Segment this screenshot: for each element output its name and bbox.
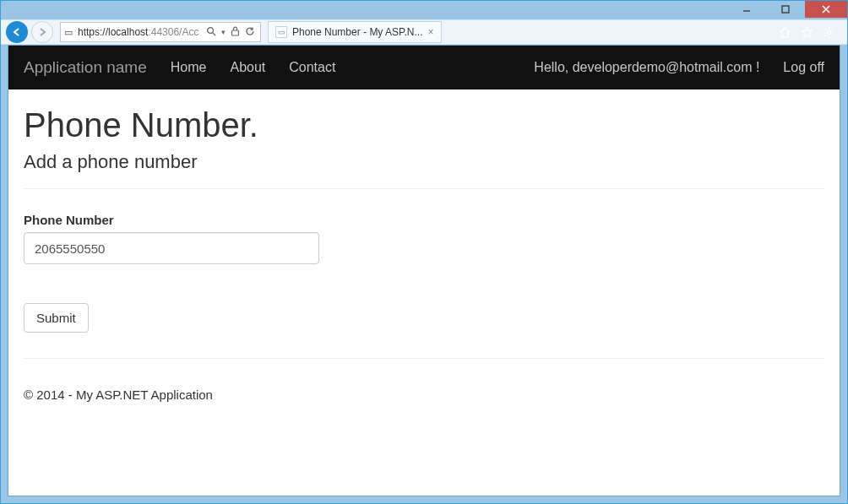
- page-title: Phone Number.: [24, 106, 824, 144]
- lock-icon[interactable]: [231, 26, 240, 38]
- forward-button[interactable]: [31, 21, 53, 43]
- nav-about[interactable]: About: [230, 60, 265, 75]
- browser-toolbar: ▭ https://localhost:44306/Acc ▾ ▭ Phone …: [1, 19, 847, 45]
- url-host: localhost: [108, 26, 148, 38]
- window-maximize-button[interactable]: [766, 1, 805, 18]
- refresh-icon[interactable]: [245, 26, 255, 38]
- svg-line-5: [213, 33, 215, 35]
- address-bar[interactable]: ▭ https://localhost:44306/Acc ▾: [60, 22, 261, 42]
- svg-line-14: [831, 28, 833, 30]
- brand-link[interactable]: Application name: [24, 58, 147, 77]
- svg-line-12: [824, 28, 826, 30]
- page-body: Phone Number. Add a phone number Phone N…: [8, 89, 840, 419]
- footer-divider: [24, 358, 824, 359]
- nav-user-greeting[interactable]: Hello, developerdemo@hotmail.com !: [534, 60, 759, 75]
- tab-title: Phone Number - My ASP.N...: [292, 26, 423, 38]
- window-titlebar: [1, 1, 847, 19]
- phone-label: Phone Number: [24, 213, 824, 227]
- tab-close-button[interactable]: ×: [428, 26, 434, 38]
- page-viewport: Application name Home About Contact Hell…: [8, 45, 840, 496]
- footer-text: © 2014 - My ASP.NET Application: [24, 382, 824, 402]
- address-bar-tools: ▾: [201, 26, 260, 38]
- search-icon[interactable]: [206, 26, 216, 38]
- tab-favicon-icon: ▭: [275, 26, 287, 38]
- url-port: :44306: [148, 26, 179, 38]
- svg-line-15: [824, 35, 826, 36]
- svg-rect-6: [232, 30, 239, 35]
- settings-gear-icon[interactable]: [822, 25, 835, 39]
- dropdown-icon[interactable]: ▾: [221, 28, 226, 36]
- navbar: Application name Home About Contact Hell…: [8, 46, 840, 89]
- submit-button[interactable]: Submit: [24, 303, 89, 333]
- favorites-icon[interactable]: [800, 25, 813, 39]
- phone-input[interactable]: [24, 232, 319, 264]
- phone-form-group: Phone Number: [24, 213, 824, 264]
- home-icon[interactable]: [778, 25, 791, 39]
- window-close-button[interactable]: [805, 1, 847, 18]
- svg-point-4: [208, 28, 214, 34]
- browser-right-icons: [778, 25, 842, 39]
- page-favicon-icon: ▭: [61, 27, 76, 38]
- divider: [24, 188, 824, 189]
- page-subtitle: Add a phone number: [24, 151, 824, 173]
- url-scheme: https://: [78, 26, 108, 38]
- browser-window: ▭ https://localhost:44306/Acc ▾ ▭ Phone …: [0, 0, 848, 504]
- back-button[interactable]: [6, 21, 28, 43]
- svg-rect-1: [782, 6, 789, 13]
- svg-line-13: [831, 35, 833, 36]
- window-minimize-button[interactable]: [727, 1, 766, 18]
- url-path: /Acc: [179, 26, 198, 38]
- nav-logoff[interactable]: Log off: [783, 60, 824, 75]
- url-text[interactable]: https://localhost:44306/Acc: [76, 26, 201, 38]
- svg-point-7: [827, 30, 830, 34]
- nav-home[interactable]: Home: [171, 60, 207, 75]
- nav-contact[interactable]: Contact: [289, 60, 335, 75]
- browser-tab[interactable]: ▭ Phone Number - My ASP.N... ×: [268, 21, 442, 43]
